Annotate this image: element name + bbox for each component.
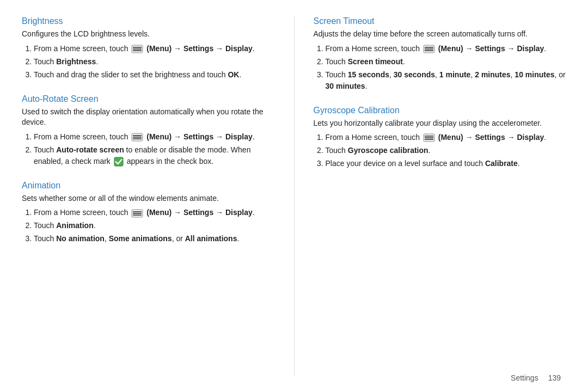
- svg-rect-1: [133, 47, 142, 48]
- section-brightness: Brightness Configures the LCD brightness…: [22, 16, 275, 82]
- menu-icon: [423, 45, 435, 53]
- gyroscope-steps: From a Home screen, touch (Menu) → Setti…: [314, 132, 567, 169]
- svg-rect-12: [133, 215, 142, 216]
- menu-icon: [131, 133, 143, 142]
- svg-rect-5: [133, 135, 142, 136]
- column-divider: [294, 16, 295, 376]
- gyroscope-title: Gyroscope Calibration: [314, 106, 567, 115]
- page-content: Brightness Configures the LCD brightness…: [0, 0, 588, 392]
- footer-page: 139: [548, 373, 561, 382]
- brightness-desc: Configures the LCD brightness levels.: [22, 29, 275, 40]
- list-item: From a Home screen, touch (Menu) → Setti…: [34, 131, 275, 143]
- list-item: Touch Brightness.: [34, 56, 275, 68]
- list-item: From a Home screen, touch (Menu) → Setti…: [34, 207, 275, 218]
- list-item: Place your device on a level surface and…: [326, 158, 567, 169]
- list-item: From a Home screen, touch (Menu) → Setti…: [326, 43, 567, 54]
- section-animation: Animation Sets whether some or all of th…: [22, 181, 275, 247]
- section-screen-timeout: Screen Timeout Adjusts the delay time be…: [314, 16, 567, 94]
- section-auto-rotate: Auto-Rotate Screen Used to switch the di…: [22, 94, 275, 169]
- svg-rect-11: [133, 213, 142, 214]
- svg-rect-14: [425, 47, 433, 48]
- svg-rect-19: [425, 137, 433, 138]
- footer-label: Settings: [511, 373, 538, 382]
- menu-icon: [131, 209, 143, 218]
- list-item: Touch Animation.: [34, 220, 275, 231]
- animation-steps: From a Home screen, touch (Menu) → Setti…: [22, 207, 275, 244]
- list-item: Touch Screen timeout.: [326, 56, 567, 68]
- svg-rect-7: [133, 138, 142, 139]
- list-item: Touch No animation, Some animations, or …: [34, 233, 275, 244]
- left-column: Brightness Configures the LCD brightness…: [22, 16, 275, 376]
- screen-timeout-steps: From a Home screen, touch (Menu) → Setti…: [314, 43, 567, 92]
- svg-rect-18: [425, 136, 433, 137]
- svg-rect-16: [425, 50, 433, 51]
- list-item: Touch Gyroscope calibration.: [326, 145, 567, 156]
- svg-rect-3: [133, 50, 142, 51]
- svg-rect-10: [133, 211, 142, 212]
- auto-rotate-title: Auto-Rotate Screen: [22, 94, 275, 104]
- auto-rotate-steps: From a Home screen, touch (Menu) → Setti…: [22, 131, 275, 167]
- list-item: Touch and drag the slider to set the bri…: [34, 69, 275, 81]
- animation-desc: Sets whether some or all of the window e…: [22, 193, 275, 204]
- list-item: Touch Auto-rotate screen to enable or di…: [34, 144, 275, 167]
- svg-rect-20: [425, 139, 433, 140]
- page-footer: Settings 139: [511, 373, 561, 382]
- brightness-steps: From a Home screen, touch (Menu) → Setti…: [22, 43, 275, 81]
- brightness-title: Brightness: [22, 16, 275, 26]
- auto-rotate-desc: Used to switch the display orientation a…: [22, 107, 275, 128]
- screen-timeout-desc: Adjusts the delay time before the screen…: [314, 29, 567, 40]
- svg-rect-15: [425, 48, 433, 50]
- list-item: From a Home screen, touch (Menu) → Setti…: [34, 43, 275, 54]
- animation-title: Animation: [22, 181, 275, 191]
- right-column: Screen Timeout Adjusts the delay time be…: [314, 16, 567, 376]
- check-icon: [114, 157, 124, 167]
- gyroscope-desc: Lets you horizontally calibrate your dis…: [314, 118, 567, 129]
- menu-icon: [131, 45, 143, 53]
- section-gyroscope: Gyroscope Calibration Lets you horizonta…: [314, 106, 567, 171]
- list-item: Touch 15 seconds, 30 seconds, 1 minute, …: [326, 69, 567, 92]
- menu-icon: [423, 133, 435, 142]
- list-item: From a Home screen, touch (Menu) → Setti…: [326, 132, 567, 143]
- screen-timeout-title: Screen Timeout: [314, 16, 567, 26]
- svg-rect-6: [133, 137, 142, 138]
- svg-rect-2: [133, 48, 142, 50]
